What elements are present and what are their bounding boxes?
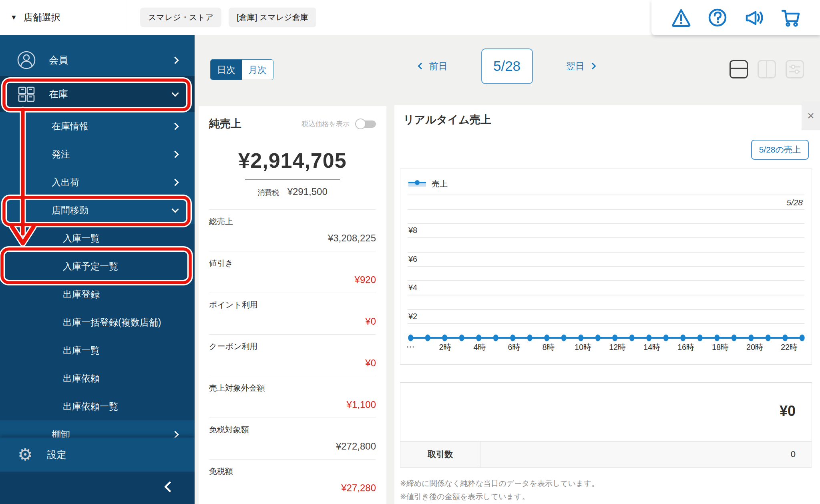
chevron-right-icon <box>171 151 179 158</box>
stat-row-tax-free-amount: 免税額 ¥27,280 <box>209 459 376 501</box>
x-axis-tick: 8時 <box>537 342 561 353</box>
sidebar-item-label: 出庫依頼 <box>63 372 100 385</box>
sidebar-item-inventory-info[interactable]: 在庫情報 <box>0 112 195 140</box>
x-axis-tick: 22時 <box>777 342 801 353</box>
sidebar-item-label: 出庫依頼一覧 <box>63 400 118 413</box>
toggle-knob <box>355 118 366 129</box>
x-axis-tick: 12時 <box>605 342 629 353</box>
stat-row-points-used: ポイント利用 ¥0 <box>209 293 376 334</box>
layout-settings-icon[interactable] <box>786 60 804 78</box>
x-axis-tick: 10時 <box>571 342 595 353</box>
announcement-icon[interactable] <box>744 7 764 28</box>
next-day-button[interactable]: 翌日 <box>566 60 595 72</box>
sidebar-item-outgoing-register[interactable]: 出庫登録 <box>0 280 195 308</box>
period-toggle: 日次 月次 <box>210 59 273 80</box>
footnotes: ※締めに関係なく純粋な当日のデータを表示しています。 ※値引き後の金額を表示して… <box>400 477 599 504</box>
warehouse-tag[interactable]: [倉庫] スマレジ倉庫 <box>229 8 316 27</box>
x-axis-tick: 14時 <box>640 342 664 353</box>
legend-line-marker <box>408 180 426 187</box>
x-axis-overflow: … <box>406 339 415 350</box>
y-axis-tick: ¥2 <box>408 312 417 321</box>
inventory-drawers-icon <box>16 84 37 104</box>
transactions-count-label: 取引数 <box>400 442 480 467</box>
sidebar-item-outgoing-list[interactable]: 出庫一覧 <box>0 336 195 364</box>
sidebar-item-in-out-shipping[interactable]: 入出荷 <box>0 168 195 196</box>
footnote: ※締めに関係なく純粋な当日のデータを表示しています。 <box>400 477 599 490</box>
transactions-total-amount: ¥0 <box>780 403 796 420</box>
chevron-right-icon <box>171 431 179 438</box>
tax-included-label: 税込価格を表示 <box>302 119 350 129</box>
net-sales-amount: ¥2,914,705 <box>209 149 376 173</box>
stat-row-tax-free-target: 免税対象額 ¥272,800 <box>209 418 376 459</box>
tab-daily[interactable]: 日次 <box>211 60 242 80</box>
realtime-title: リアルタイム売上 <box>394 105 820 127</box>
store-selector[interactable]: ▼ 店舗選択 <box>0 0 128 35</box>
sidebar-item-label: 入庫予定一覧 <box>63 260 118 273</box>
stat-label: 値引き <box>209 258 376 269</box>
store-tags: スマレジ・ストア [倉庫] スマレジ倉庫 <box>140 8 651 27</box>
sidebar-item-incoming-list[interactable]: 入庫一覧 <box>0 224 195 252</box>
stat-row-non-sales-amount: 売上対象外金額 ¥1,100 <box>209 376 376 418</box>
stat-value: ¥1,100 <box>209 399 376 410</box>
transactions-summary: ¥0 取引数 0 <box>400 382 812 468</box>
transactions-count-value: 0 <box>480 442 812 467</box>
x-axis-tick: 4時 <box>468 342 492 353</box>
alert-icon[interactable] <box>671 7 691 28</box>
date-picker[interactable]: 5/28 <box>481 48 533 84</box>
top-bar: ▼ 店舗選択 スマレジ・ストア [倉庫] スマレジ倉庫 <box>0 0 820 35</box>
legend-sales[interactable]: 売上 <box>408 180 448 189</box>
tax-included-toggle[interactable] <box>355 118 376 129</box>
stat-row-coupons-used: クーポン利用 ¥0 <box>209 334 376 376</box>
chevron-right-icon <box>171 179 179 186</box>
stat-label: クーポン利用 <box>209 341 376 352</box>
help-icon[interactable] <box>707 7 728 28</box>
cart-icon[interactable] <box>780 7 801 28</box>
y-axis-tick: ¥4 <box>408 283 417 292</box>
sidebar-item-outgoing-request[interactable]: 出庫依頼 <box>0 364 195 392</box>
chart-date-annotation: 5/28 <box>786 198 803 207</box>
sidebar-collapse-button[interactable] <box>0 472 195 504</box>
x-axis-tick: 18時 <box>708 342 732 353</box>
day-sales-button[interactable]: 5/28の売上 <box>751 140 809 160</box>
horizontal-split-layout-icon[interactable] <box>730 60 748 78</box>
stat-row-gross-sales: 総売上 ¥3,208,225 <box>209 209 376 251</box>
app-screen: ▼ 店舗選択 スマレジ・ストア [倉庫] スマレジ倉庫 <box>0 0 820 504</box>
sidebar-item-outgoing-bulk-register[interactable]: 出庫一括登録(複数店舗) <box>0 308 195 336</box>
layout-switcher <box>730 60 804 78</box>
sidebar-item-label: 出庫登録 <box>63 288 100 301</box>
sidebar-item-store-transfer[interactable]: 店間移動 <box>0 196 195 224</box>
net-sales-panel: 純売上 税込価格を表示 ¥2,914,705 消費税 ¥291,500 総売上 <box>199 106 386 504</box>
stat-label: 免税額 <box>209 466 376 477</box>
x-axis-tick: 6時 <box>502 342 526 353</box>
chevron-left-icon <box>164 481 175 492</box>
sidebar-item-label: 出庫一括登録(複数店舗) <box>63 316 161 329</box>
close-icon[interactable]: × <box>802 101 820 130</box>
x-axis-tick: 16時 <box>674 342 698 353</box>
chevron-down-icon <box>171 205 179 213</box>
sidebar-item-members[interactable]: 会員 <box>0 46 195 74</box>
tab-monthly[interactable]: 月次 <box>242 60 273 80</box>
stat-value: ¥0 <box>209 357 376 369</box>
sidebar-item-inventory[interactable]: 在庫 <box>0 76 195 112</box>
vertical-split-layout-icon[interactable] <box>758 60 776 78</box>
main-content: 日次 月次 前日 5/28 翌日 純売上 <box>195 35 820 504</box>
sidebar-item-incoming-schedule-list[interactable]: 入庫予定一覧 <box>0 252 195 280</box>
chevron-right-icon <box>171 56 179 64</box>
sidebar-item-outgoing-request-list[interactable]: 出庫依頼一覧 <box>0 392 195 420</box>
gear-icon: ⚙ <box>18 446 33 463</box>
consumption-tax-amount: ¥291,500 <box>287 186 328 197</box>
realtime-chart: 売上 5/28 ¥8 ¥6 ¥4 ¥2 … 2時 4時 6時 8時 10時 12… <box>400 169 812 365</box>
sidebar-item-ordering[interactable]: 発注 <box>0 140 195 168</box>
sidebar-item-label: 入庫一覧 <box>63 232 100 245</box>
store-selector-label: 店舗選択 <box>24 11 60 24</box>
sidebar-item-label: 会員 <box>49 54 68 66</box>
stat-value: ¥0 <box>209 316 376 327</box>
sidebar-item-settings[interactable]: ⚙ 設定 <box>0 438 195 472</box>
prev-day-button[interactable]: 前日 <box>419 60 448 72</box>
user-icon <box>16 50 37 70</box>
chevron-down-icon <box>171 89 179 96</box>
sidebar-item-label: 在庫情報 <box>52 120 88 133</box>
store-tag[interactable]: スマレジ・ストア <box>140 8 221 27</box>
stat-value: ¥27,280 <box>209 482 376 494</box>
realtime-sales-panel: × リアルタイム売上 5/28の売上 <box>394 105 820 504</box>
